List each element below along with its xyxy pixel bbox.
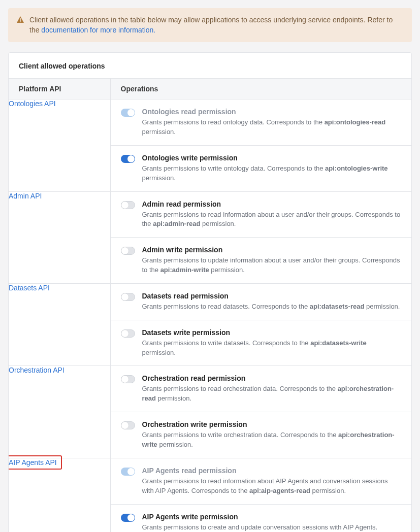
operation-row: Datasets read permissionGrants permissio… bbox=[111, 284, 412, 320]
operation-row: Datasets write permissionGrants permissi… bbox=[111, 320, 412, 366]
operation-title: Orchestration write permission bbox=[142, 420, 402, 428]
permission-toggle[interactable] bbox=[121, 514, 135, 522]
operations-panel: Client allowed operations Platform API O… bbox=[8, 52, 412, 532]
col-header-operations: Operations bbox=[110, 79, 411, 99]
col-header-api: Platform API bbox=[9, 79, 110, 99]
api-link[interactable]: Ontologies API bbox=[9, 99, 56, 108]
operation-description: Grants permissions to write ontology dat… bbox=[142, 164, 402, 183]
operations-cell: Orchestration read permissionGrants perm… bbox=[110, 366, 411, 458]
operation-title: Datasets write permission bbox=[142, 328, 402, 337]
permission-toggle[interactable] bbox=[121, 293, 135, 301]
panel-title: Client allowed operations bbox=[9, 53, 411, 78]
operation-title: AIP Agents read permission bbox=[142, 467, 402, 475]
highlight-frame: AIP Agents API bbox=[8, 455, 62, 470]
operation-description: Grants permissions to read information a… bbox=[142, 210, 402, 229]
operation-description: Grants permissions to read ontology data… bbox=[142, 118, 402, 137]
permission-toggle[interactable] bbox=[121, 155, 135, 163]
operation-title: Ontologies read permission bbox=[142, 108, 402, 116]
operation-description: Grants permissions to create and update … bbox=[142, 523, 402, 532]
table-row: Ontologies APIOntologies read permission… bbox=[9, 99, 411, 191]
operation-description: Grants permissions to write orchestratio… bbox=[142, 430, 402, 450]
operation-description: Grants permissions to update information… bbox=[142, 256, 402, 275]
operations-cell: Datasets read permissionGrants permissio… bbox=[110, 283, 411, 366]
operation-title: Admin write permission bbox=[142, 246, 402, 254]
permission-toggle[interactable] bbox=[121, 375, 135, 383]
warning-alert: Client allowed operations in the table b… bbox=[8, 8, 412, 42]
operation-title: AIP Agents write permission bbox=[142, 513, 402, 521]
operation-row: Orchestration read permissionGrants perm… bbox=[111, 366, 412, 412]
permission-toggle[interactable] bbox=[121, 247, 135, 255]
operation-row: Admin read permissionGrants permissions … bbox=[111, 192, 412, 238]
operation-row: Orchestration write permissionGrants per… bbox=[111, 412, 412, 458]
svg-rect-0 bbox=[20, 18, 21, 21]
operation-description: Grants permissions to write datasets. Co… bbox=[142, 339, 402, 358]
api-cell: AIP Agents API bbox=[9, 458, 110, 532]
operations-cell: Admin read permissionGrants permissions … bbox=[110, 191, 411, 283]
api-cell: Admin API bbox=[9, 191, 110, 283]
alert-doc-link[interactable]: documentation for more information. bbox=[41, 26, 155, 34]
api-link[interactable]: Datasets API bbox=[9, 284, 50, 292]
operation-title: Admin read permission bbox=[142, 200, 402, 208]
operation-row: Ontologies read permissionGrants permiss… bbox=[111, 99, 412, 145]
operation-title: Datasets read permission bbox=[142, 292, 402, 300]
operation-title: Orchestration read permission bbox=[142, 374, 402, 382]
permission-toggle[interactable] bbox=[121, 421, 135, 429]
api-link[interactable]: Admin API bbox=[9, 192, 42, 200]
operation-row: AIP Agents write permissionGrants permis… bbox=[111, 504, 412, 532]
operation-row: Admin write permissionGrants permissions… bbox=[111, 237, 412, 283]
operation-title: Ontologies write permission bbox=[142, 154, 402, 162]
permission-toggle[interactable] bbox=[121, 329, 135, 338]
table-row: Datasets APIDatasets read permissionGran… bbox=[9, 283, 411, 366]
api-link[interactable]: Orchestration API bbox=[9, 366, 64, 374]
api-link[interactable]: AIP Agents API bbox=[9, 458, 57, 467]
table-row: Orchestration APIOrchestration read perm… bbox=[9, 366, 411, 458]
operation-row: AIP Agents read permissionGrants permiss… bbox=[111, 458, 412, 504]
api-cell: Datasets API bbox=[9, 283, 110, 366]
operation-row: Ontologies write permissionGrants permis… bbox=[111, 145, 412, 191]
warning-icon bbox=[16, 16, 24, 24]
permission-toggle[interactable] bbox=[121, 201, 135, 209]
operations-cell: AIP Agents read permissionGrants permiss… bbox=[110, 458, 411, 532]
operation-description: Grants permissions to read information a… bbox=[142, 477, 402, 496]
permission-toggle bbox=[121, 109, 135, 117]
operation-description: Grants permissions to read orchestration… bbox=[142, 384, 402, 404]
operations-cell: Ontologies read permissionGrants permiss… bbox=[110, 99, 411, 191]
api-cell: Orchestration API bbox=[9, 366, 110, 458]
api-cell: Ontologies API bbox=[9, 99, 110, 191]
operations-table: Platform API Operations Ontologies APIOn… bbox=[9, 78, 411, 532]
table-row: Admin APIAdmin read permissionGrants per… bbox=[9, 191, 411, 283]
operation-description: Grants permissions to read datasets. Cor… bbox=[142, 302, 402, 312]
permission-toggle bbox=[121, 468, 135, 476]
table-row: AIP Agents APIAIP Agents read permission… bbox=[9, 458, 411, 532]
svg-rect-1 bbox=[20, 21, 21, 22]
